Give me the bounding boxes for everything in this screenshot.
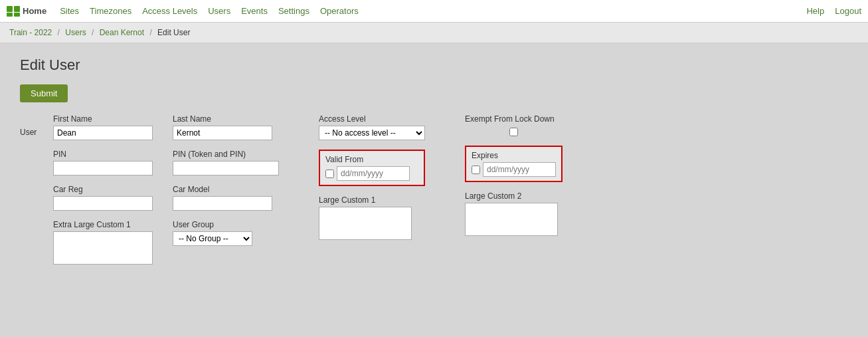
home-logo[interactable]: Home bbox=[7, 6, 46, 17]
expires-label: Expires bbox=[472, 151, 556, 160]
pin-label: PIN bbox=[53, 150, 153, 159]
last-name-group: Last Name bbox=[173, 114, 279, 140]
nav-links: Sites Timezones Access Levels Users Even… bbox=[60, 6, 806, 16]
nav-help[interactable]: Help bbox=[806, 6, 824, 16]
col-access: Access Level -- No access level -- Valid… bbox=[319, 114, 425, 240]
svg-rect-1 bbox=[14, 6, 20, 12]
last-name-label: Last Name bbox=[173, 114, 279, 124]
main-content: Edit User Submit User First Name PIN Car… bbox=[0, 43, 868, 337]
nav-timezones[interactable]: Timezones bbox=[90, 6, 131, 16]
car-model-label: Car Model bbox=[173, 185, 279, 194]
user-group-group: User Group -- No Group -- bbox=[173, 220, 279, 246]
exempt-group: Exempt From Lock Down bbox=[465, 114, 563, 136]
car-reg-label: Car Reg bbox=[53, 185, 153, 194]
expires-box: Expires bbox=[465, 146, 563, 182]
first-name-label: First Name bbox=[53, 114, 153, 124]
nav-right: Help Logout bbox=[806, 6, 861, 16]
large-custom1-textarea[interactable] bbox=[319, 207, 412, 240]
valid-from-checkbox[interactable] bbox=[325, 169, 334, 178]
svg-rect-3 bbox=[14, 13, 20, 17]
expires-input-row bbox=[472, 162, 556, 177]
col-names-left: First Name PIN Car Reg Extra Large Custo… bbox=[53, 114, 153, 265]
pin-input[interactable] bbox=[53, 161, 153, 175]
nav-sites[interactable]: Sites bbox=[60, 6, 79, 16]
extra-large-custom-textarea[interactable] bbox=[53, 231, 153, 265]
large-custom1-label: Large Custom 1 bbox=[319, 195, 425, 205]
breadcrumb-dean[interactable]: Dean Kernot bbox=[100, 28, 144, 37]
large-custom2-label: Large Custom 2 bbox=[465, 191, 563, 201]
submit-button[interactable]: Submit bbox=[20, 84, 68, 102]
user-group-label: User Group bbox=[173, 220, 279, 229]
pin-token-input[interactable] bbox=[173, 161, 279, 175]
nav-users[interactable]: Users bbox=[208, 6, 230, 16]
extra-large-custom-group: Extra Large Custom 1 bbox=[53, 220, 153, 265]
valid-from-input[interactable] bbox=[337, 166, 410, 181]
expires-checkbox[interactable] bbox=[472, 166, 480, 174]
nav-access-levels[interactable]: Access Levels bbox=[142, 6, 197, 16]
access-level-select[interactable]: -- No access level -- bbox=[319, 126, 425, 140]
home-icon bbox=[7, 6, 20, 17]
expires-input[interactable] bbox=[483, 162, 556, 177]
breadcrumb: Train - 2022 / Users / Dean Kernot / Edi… bbox=[0, 23, 868, 43]
col-names-right: Last Name PIN (Token and PIN) Car Model … bbox=[173, 114, 279, 246]
car-reg-input[interactable] bbox=[53, 196, 153, 211]
page-title: Edit User bbox=[20, 56, 848, 74]
large-custom2-group: Large Custom 2 bbox=[465, 191, 563, 236]
form-row-1: User First Name PIN Car Reg Extra Large … bbox=[20, 114, 848, 265]
access-level-group: Access Level -- No access level -- bbox=[319, 114, 425, 140]
col-exempt: Exempt From Lock Down Expires Large Cust… bbox=[465, 114, 563, 236]
nav-settings[interactable]: Settings bbox=[278, 6, 309, 16]
extra-large-custom-label: Extra Large Custom 1 bbox=[53, 220, 153, 229]
nav-logout[interactable]: Logout bbox=[835, 6, 861, 16]
pin-token-label: PIN (Token and PIN) bbox=[173, 150, 279, 159]
breadcrumb-users[interactable]: Users bbox=[65, 28, 86, 37]
valid-from-input-row bbox=[325, 166, 418, 181]
user-group-select[interactable]: -- No Group -- bbox=[173, 231, 252, 246]
svg-rect-0 bbox=[7, 6, 13, 12]
valid-from-label: Valid From bbox=[325, 155, 418, 164]
svg-rect-2 bbox=[7, 13, 13, 17]
access-level-label: Access Level bbox=[319, 114, 425, 124]
breadcrumb-train[interactable]: Train - 2022 bbox=[9, 28, 52, 37]
user-label: User bbox=[20, 114, 40, 137]
nav-operators[interactable]: Operators bbox=[320, 6, 359, 16]
top-nav: Home Sites Timezones Access Levels Users… bbox=[0, 0, 868, 23]
exempt-label: Exempt From Lock Down bbox=[465, 114, 563, 124]
valid-from-box: Valid From bbox=[319, 150, 425, 186]
large-custom2-textarea[interactable] bbox=[465, 203, 558, 236]
last-name-input[interactable] bbox=[173, 126, 272, 140]
car-model-input[interactable] bbox=[173, 196, 272, 211]
first-name-input[interactable] bbox=[53, 126, 153, 140]
exempt-checkbox[interactable] bbox=[465, 128, 563, 136]
car-model-group: Car Model bbox=[173, 185, 279, 211]
nav-events[interactable]: Events bbox=[241, 6, 268, 16]
pin-group: PIN bbox=[53, 150, 153, 175]
home-label: Home bbox=[23, 6, 46, 16]
breadcrumb-current: Edit User bbox=[157, 28, 190, 37]
pin-token-group: PIN (Token and PIN) bbox=[173, 150, 279, 175]
large-custom1-group: Large Custom 1 bbox=[319, 195, 425, 240]
car-reg-group: Car Reg bbox=[53, 185, 153, 211]
first-name-group: First Name bbox=[53, 114, 153, 140]
